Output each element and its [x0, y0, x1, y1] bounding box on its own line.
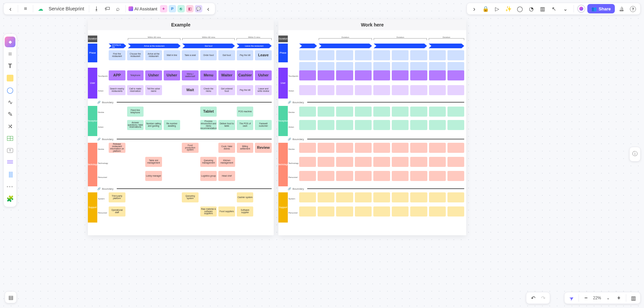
- cell[interactable]: Process introduction and menu recommenda…: [200, 120, 217, 130]
- timer-button[interactable]: ◔: [527, 4, 536, 13]
- cell[interactable]: [355, 70, 372, 80]
- cell[interactable]: [336, 85, 353, 95]
- cell[interactable]: [299, 120, 316, 130]
- more-tools[interactable]: •••: [5, 181, 15, 192]
- cell[interactable]: [336, 206, 353, 217]
- select-tool[interactable]: [567, 293, 577, 303]
- effects-button[interactable]: ✨: [504, 4, 513, 13]
- lock-button[interactable]: 🔒: [481, 4, 490, 13]
- cell[interactable]: [447, 107, 464, 117]
- cell[interactable]: Search nearby restaurants: [109, 85, 125, 95]
- cell[interactable]: [429, 143, 446, 153]
- cell[interactable]: The POS of cash: [237, 120, 254, 130]
- cell[interactable]: [299, 70, 316, 80]
- cell[interactable]: [373, 50, 390, 60]
- tool-chip[interactable]: ⎋: [177, 5, 185, 12]
- tag-button[interactable]: 🏷: [103, 4, 112, 13]
- cell[interactable]: [373, 85, 390, 95]
- cell[interactable]: [373, 157, 390, 167]
- cell[interactable]: [392, 206, 409, 217]
- cell[interactable]: [299, 171, 316, 181]
- cell[interactable]: Waiter: [218, 70, 235, 80]
- cell[interactable]: [447, 192, 464, 202]
- cell[interactable]: [336, 107, 353, 117]
- cell[interactable]: [410, 85, 427, 95]
- table-tool[interactable]: [5, 133, 15, 144]
- cell[interactable]: Leave: [255, 50, 272, 60]
- frame-tool[interactable]: [5, 49, 15, 59]
- cell[interactable]: [299, 206, 316, 217]
- zoom-menu[interactable]: [603, 293, 613, 303]
- cell[interactable]: Leave and write review: [255, 85, 272, 95]
- mindmap-tool[interactable]: [5, 121, 15, 132]
- cell[interactable]: Software supplier: [237, 206, 254, 217]
- cell[interactable]: Review: [255, 143, 272, 153]
- brand-avatar[interactable]: [577, 5, 585, 13]
- cell[interactable]: [429, 85, 446, 95]
- more-button[interactable]: [561, 4, 570, 13]
- cell[interactable]: [392, 192, 409, 202]
- cell[interactable]: Release restaurant information on platfo…: [109, 143, 125, 153]
- cell[interactable]: [355, 171, 372, 181]
- comment-button[interactable]: ◯: [515, 4, 525, 13]
- phase-arrow[interactable]: [319, 44, 372, 48]
- cell[interactable]: [318, 192, 334, 202]
- cell[interactable]: Operational staff: [109, 206, 125, 217]
- cell[interactable]: [318, 50, 334, 60]
- info-panel-toggle[interactable]: ⓘ: [629, 147, 641, 162]
- cell[interactable]: APP: [109, 70, 125, 80]
- share-button[interactable]: 👥Share: [587, 4, 615, 13]
- cell[interactable]: [429, 192, 446, 202]
- cell[interactable]: [410, 192, 427, 202]
- cell[interactable]: [429, 70, 446, 80]
- cell[interactable]: [447, 143, 464, 153]
- cell[interactable]: Usher: [145, 70, 162, 80]
- cell[interactable]: POS machine: [237, 107, 254, 117]
- cell[interactable]: [429, 171, 446, 181]
- cell[interactable]: [373, 120, 390, 130]
- tool-chip[interactable]: ◧: [186, 5, 194, 12]
- cell[interactable]: [429, 120, 446, 130]
- cell[interactable]: [355, 206, 372, 217]
- cell[interactable]: Tablet: [200, 107, 217, 117]
- shape-tool[interactable]: [5, 85, 15, 96]
- cell[interactable]: [447, 50, 464, 60]
- cell[interactable]: [373, 206, 390, 217]
- cell[interactable]: [336, 120, 353, 130]
- textbox-tool[interactable]: T: [5, 145, 15, 156]
- cell[interactable]: [447, 70, 464, 80]
- cell[interactable]: [392, 157, 409, 167]
- cell[interactable]: [373, 192, 390, 202]
- cell[interactable]: Table slot management: [145, 157, 162, 167]
- cell[interactable]: [429, 50, 446, 60]
- cell[interactable]: Queueing system: [182, 192, 199, 202]
- cell[interactable]: [410, 206, 427, 217]
- cell[interactable]: [410, 107, 427, 117]
- cell[interactable]: Food suppliers: [218, 206, 235, 217]
- cell[interactable]: Take a seat: [182, 50, 199, 60]
- tool-chip[interactable]: 💬: [195, 5, 202, 12]
- cell[interactable]: [392, 70, 409, 80]
- cell[interactable]: [336, 171, 353, 181]
- cell[interactable]: Menu: [200, 70, 217, 80]
- redo-button[interactable]: [538, 293, 548, 303]
- cell[interactable]: Farewell customer: [255, 120, 272, 130]
- cell[interactable]: [447, 85, 464, 95]
- cell[interactable]: [410, 50, 427, 60]
- cell[interactable]: [373, 107, 390, 117]
- text-tool[interactable]: [5, 61, 15, 71]
- cell[interactable]: [299, 50, 316, 60]
- cell[interactable]: Call to make reservation: [127, 85, 144, 95]
- phase-arrow[interactable]: [429, 44, 464, 48]
- cell[interactable]: Wait in line: [164, 50, 180, 60]
- tool-chip[interactable]: ✦: [160, 5, 167, 12]
- grid-tool[interactable]: [5, 169, 15, 180]
- cell[interactable]: Raw material & software suppliers: [200, 206, 217, 217]
- cell[interactable]: Head chef: [218, 171, 235, 181]
- pointer-button[interactable]: ↖: [549, 4, 559, 13]
- sticky-note-tool[interactable]: [5, 73, 15, 83]
- cell[interactable]: [299, 85, 316, 95]
- frame-example[interactable]: Example Duration Within 60 mins Within 6…: [88, 19, 274, 235]
- connector-tool[interactable]: [5, 97, 15, 108]
- menu-button[interactable]: [21, 4, 30, 13]
